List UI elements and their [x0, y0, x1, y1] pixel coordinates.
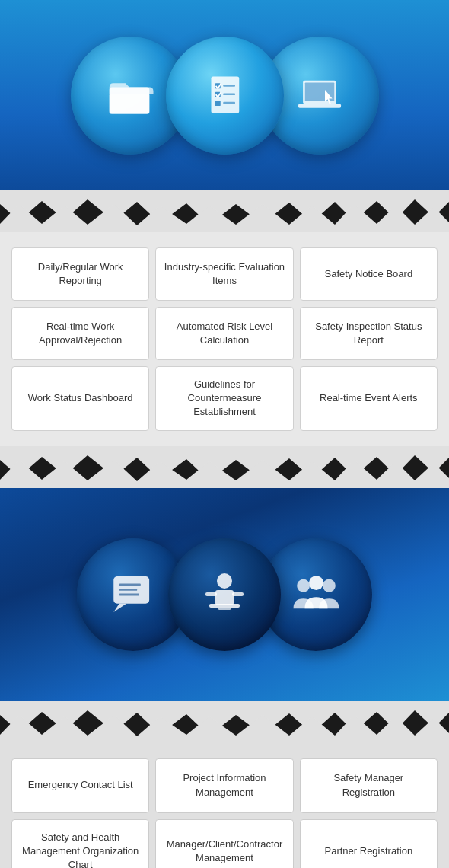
project-info-management-cell[interactable]: Project Information Management: [155, 758, 293, 813]
svg-rect-4: [223, 85, 235, 87]
manager-client-contractor-label: Manager/Client/Contractor Management: [162, 838, 286, 865]
daily-work-reporting-cell[interactable]: Daily/Regular Work Reporting: [11, 247, 149, 301]
feature-grid-section: Daily/Regular Work Reporting Industry-sp…: [0, 232, 449, 446]
svg-point-29: [322, 579, 335, 592]
safety-notice-board-cell[interactable]: Safety Notice Board: [300, 247, 438, 301]
work-status-dashboard-label: Work Status Dashboard: [28, 391, 133, 405]
bottom-grid-section: Emergency Contact List Project Informati…: [0, 743, 449, 868]
safety-manager-registration-label: Safety Manager Registration: [307, 771, 431, 799]
svg-marker-18: [113, 604, 126, 612]
manager-client-contractor-cell[interactable]: Manager/Client/Contractor Management: [155, 819, 293, 868]
partner-registration-cell[interactable]: Partner Registration: [300, 819, 438, 868]
wave-bottom2: [0, 701, 449, 743]
dark-separator-top: [0, 190, 449, 232]
realtime-approval-label: Real-time Work Approval/Rejection: [20, 320, 141, 347]
safety-health-chart-label: Safety and Health Management Organizatio…: [18, 831, 142, 868]
bubble-presenter[interactable]: [168, 538, 281, 651]
group-icon: [288, 566, 345, 623]
svg-rect-1: [110, 94, 150, 113]
partner-registration-label: Partner Registration: [325, 844, 413, 858]
svg-rect-24: [209, 604, 240, 608]
industry-evaluation-label: Industry-specific Evaluation Items: [164, 260, 285, 288]
top-section: [0, 0, 449, 190]
daily-work-reporting-label: Daily/Regular Work Reporting: [20, 260, 141, 288]
safety-health-chart-cell[interactable]: Safety and Health Management Organizatio…: [11, 819, 149, 868]
bottom-section: [0, 488, 449, 701]
realtime-approval-cell[interactable]: Real-time Work Approval/Rejection: [11, 307, 149, 360]
svg-rect-20: [119, 589, 136, 591]
dark-separator-bottom2: [0, 701, 449, 743]
realtime-event-alerts-cell[interactable]: Real-time Event Alerts: [300, 366, 438, 431]
dark-separator-bottom: [0, 446, 449, 488]
safety-notice-board-label: Safety Notice Board: [325, 267, 413, 281]
guidelines-countermeasure-label: Guidelines for Countermeasure Establishm…: [164, 378, 285, 420]
emergency-contact-cell[interactable]: Emergency Contact List: [11, 758, 149, 813]
home-icon: [103, 69, 156, 122]
checklist-icon: [198, 69, 251, 122]
wave-bottom: [0, 446, 449, 488]
bubble-checklist[interactable]: [166, 37, 284, 155]
safety-inspection-label: Safety Inspection Status Report: [308, 320, 429, 347]
svg-rect-25: [218, 608, 231, 610]
project-info-management-label: Project Information Management: [162, 771, 286, 799]
automated-risk-label: Automated Risk Level Calculation: [164, 320, 285, 347]
svg-rect-19: [119, 584, 140, 586]
svg-rect-6: [223, 93, 235, 95]
emergency-contact-label: Emergency Contact List: [28, 778, 133, 792]
bottom-feature-grid: Emergency Contact List Project Informati…: [11, 758, 438, 868]
svg-rect-11: [298, 104, 341, 107]
svg-rect-8: [223, 102, 235, 104]
feature-grid: Daily/Regular Work Reporting Industry-sp…: [11, 247, 438, 431]
svg-rect-23: [215, 590, 234, 605]
svg-rect-26: [205, 592, 217, 596]
work-status-dashboard-cell[interactable]: Work Status Dashboard: [11, 366, 149, 431]
industry-evaluation-cell[interactable]: Industry-specific Evaluation Items: [155, 247, 293, 301]
svg-point-28: [297, 579, 310, 592]
automated-risk-cell[interactable]: Automated Risk Level Calculation: [155, 307, 293, 360]
svg-point-30: [309, 576, 323, 590]
realtime-event-alerts-label: Real-time Event Alerts: [320, 391, 418, 405]
chat-icon: [105, 566, 162, 623]
svg-rect-7: [215, 101, 221, 106]
svg-rect-27: [232, 592, 244, 596]
guidelines-countermeasure-cell[interactable]: Guidelines for Countermeasure Establishm…: [155, 366, 293, 431]
svg-point-22: [217, 573, 232, 589]
laptop-icon: [293, 69, 346, 122]
wave-top: [0, 190, 449, 232]
presenter-icon: [194, 564, 255, 625]
safety-manager-registration-cell[interactable]: Safety Manager Registration: [300, 758, 438, 813]
svg-rect-21: [119, 594, 139, 596]
safety-inspection-cell[interactable]: Safety Inspection Status Report: [300, 307, 438, 360]
